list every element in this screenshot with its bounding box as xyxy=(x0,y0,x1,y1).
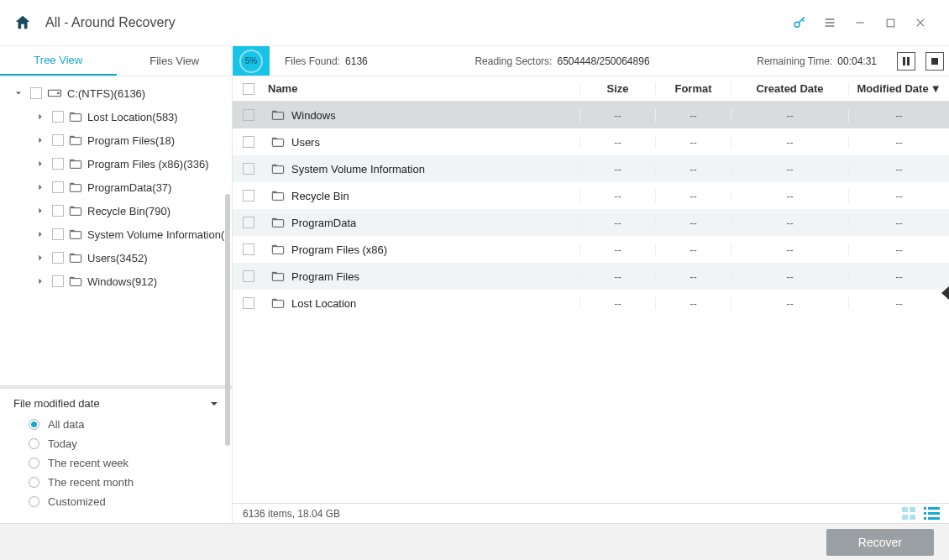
row-created: -- xyxy=(731,297,848,310)
select-all-checkbox[interactable] xyxy=(233,83,265,95)
chevron-down-icon[interactable] xyxy=(15,90,25,97)
radio-icon xyxy=(29,458,39,468)
chevron-right-icon[interactable] xyxy=(37,254,47,261)
chevron-right-icon[interactable] xyxy=(37,137,47,144)
filter-option[interactable]: All data xyxy=(29,418,218,431)
filter-option[interactable]: Customized xyxy=(29,495,218,508)
tree-checkbox[interactable] xyxy=(52,111,64,123)
tree-item[interactable]: Program Files (x86)(336) xyxy=(0,152,232,175)
tree-checkbox[interactable] xyxy=(52,134,64,146)
tree-item[interactable]: Recycle Bin(790) xyxy=(0,199,232,222)
tree-checkbox[interactable] xyxy=(52,205,64,217)
radio-icon xyxy=(29,419,39,430)
tree-checkbox[interactable] xyxy=(52,228,64,240)
tree-checkbox[interactable] xyxy=(30,87,42,99)
tree-checkbox[interactable] xyxy=(52,275,64,287)
tree-checkbox[interactable] xyxy=(52,252,64,264)
svg-rect-16 xyxy=(272,139,283,147)
key-icon[interactable] xyxy=(784,8,815,38)
grid-view-button[interactable] xyxy=(902,507,919,521)
tree-item[interactable]: System Volume Information(6 xyxy=(0,222,232,246)
column-format[interactable]: Format xyxy=(655,82,731,95)
minimize-button[interactable] xyxy=(845,8,875,38)
chevron-right-icon[interactable] xyxy=(37,231,47,238)
table-row[interactable]: Recycle Bin-------- xyxy=(233,182,949,209)
tab-files-view[interactable]: Files View xyxy=(117,46,233,76)
reading-value: 6504448/250064896 xyxy=(557,55,649,67)
tree-item[interactable]: Lost Location(583) xyxy=(0,105,232,128)
filter-option-label: The recent month xyxy=(48,476,134,489)
row-size: -- xyxy=(579,243,655,256)
close-button[interactable] xyxy=(905,8,936,38)
filter-option[interactable]: The recent week xyxy=(29,457,218,469)
chevron-right-icon[interactable] xyxy=(37,207,47,214)
tree-item[interactable]: ProgramData(37) xyxy=(0,175,232,199)
tree-item-label: Program Files(18) xyxy=(87,134,175,147)
row-checkbox[interactable] xyxy=(243,163,254,175)
row-modified: -- xyxy=(848,163,949,175)
table-row[interactable]: Lost Location-------- xyxy=(233,290,949,317)
sidebar: C:(NTFS)(6136) Lost Location(583)Program… xyxy=(0,76,233,523)
tree-item[interactable]: Windows(912) xyxy=(0,270,232,293)
table-row[interactable]: Windows-------- xyxy=(233,102,949,128)
tree-item[interactable]: Program Files(18) xyxy=(0,128,232,152)
row-created: -- xyxy=(731,190,848,202)
chevron-right-icon[interactable] xyxy=(37,278,47,285)
tree-root[interactable]: C:(NTFS)(6136) xyxy=(0,81,232,105)
filter-option-label: The recent week xyxy=(48,457,128,469)
column-modified[interactable]: Modified Date ▼ xyxy=(848,82,949,95)
tree-item[interactable]: Users(3452) xyxy=(0,246,232,270)
row-created: -- xyxy=(731,217,848,229)
row-checkbox[interactable] xyxy=(243,297,254,309)
tree-item-label: Windows(912) xyxy=(87,275,157,288)
menu-icon[interactable] xyxy=(815,8,845,38)
chevron-right-icon[interactable] xyxy=(37,113,47,120)
home-icon[interactable] xyxy=(13,13,32,32)
folder-icon xyxy=(271,163,285,175)
table-row[interactable]: Program Files (x86)-------- xyxy=(233,236,949,263)
pause-button[interactable] xyxy=(897,52,915,71)
collapse-panel-arrow[interactable] xyxy=(941,286,949,300)
chevron-down-icon xyxy=(210,400,218,408)
maximize-button[interactable] xyxy=(875,8,905,38)
row-checkbox[interactable] xyxy=(243,243,254,255)
filter-dropdown[interactable]: File modified date xyxy=(13,397,218,410)
reading-label: Reading Sectors: xyxy=(474,55,552,67)
row-checkbox[interactable] xyxy=(243,136,254,148)
table-row[interactable]: Users-------- xyxy=(233,128,949,155)
table-row[interactable]: ProgramData-------- xyxy=(233,209,949,236)
column-created[interactable]: Created Date xyxy=(731,82,848,95)
stop-button[interactable] xyxy=(925,52,944,71)
svg-rect-15 xyxy=(272,113,283,120)
chevron-right-icon[interactable] xyxy=(37,160,47,167)
column-name[interactable]: Name xyxy=(265,82,579,95)
svg-rect-13 xyxy=(70,255,81,263)
filter-option[interactable]: The recent month xyxy=(29,476,218,489)
tree-checkbox[interactable] xyxy=(52,181,64,193)
filter-option-label: Today xyxy=(48,437,77,450)
svg-rect-18 xyxy=(272,193,283,201)
row-checkbox[interactable] xyxy=(243,217,254,228)
row-size: -- xyxy=(579,163,655,175)
row-created: -- xyxy=(731,243,848,256)
chevron-right-icon[interactable] xyxy=(37,184,47,191)
table-row[interactable]: System Volume Information-------- xyxy=(233,155,949,182)
radio-icon xyxy=(29,477,39,488)
list-view-button[interactable] xyxy=(924,507,941,521)
table-body: Windows--------Users--------System Volum… xyxy=(233,102,949,503)
folder-icon xyxy=(271,217,285,228)
tree-checkbox[interactable] xyxy=(52,158,64,170)
remaining-value: 00:04:31 xyxy=(837,55,877,67)
scrollbar-thumb[interactable] xyxy=(225,194,230,446)
column-size[interactable]: Size xyxy=(579,82,655,95)
tab-tree-view[interactable]: Tree View xyxy=(0,46,117,76)
table-row[interactable]: Program Files-------- xyxy=(233,263,949,290)
row-checkbox[interactable] xyxy=(243,109,254,121)
row-checkbox[interactable] xyxy=(243,270,254,282)
recover-button[interactable]: Recover xyxy=(826,529,934,556)
filter-option[interactable]: Today xyxy=(29,437,218,450)
sort-desc-icon: ▼ xyxy=(931,82,941,95)
folder-icon xyxy=(271,270,285,282)
row-checkbox[interactable] xyxy=(243,190,254,201)
folder-icon xyxy=(69,275,82,287)
